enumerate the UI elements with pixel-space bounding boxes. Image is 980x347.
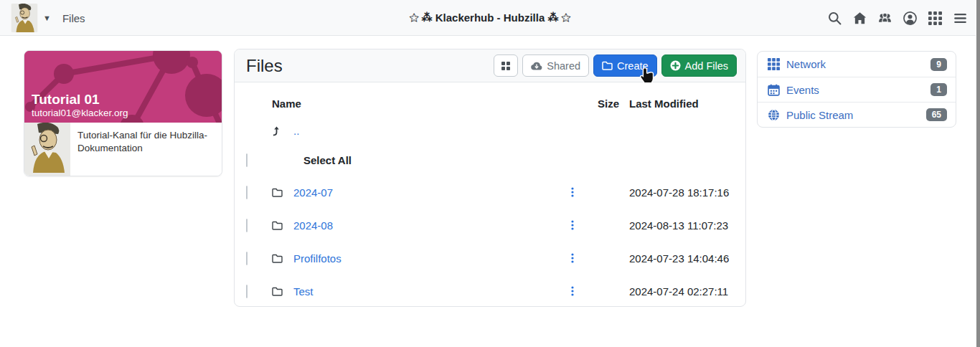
view-toggle-button[interactable]	[494, 54, 518, 77]
table-row: Test 2024-07-24 02:27:11	[246, 275, 734, 308]
channel-cover-photo: Tutorial 01 tutorial01@klacker.org	[24, 51, 222, 123]
row-checkbox[interactable]	[246, 285, 248, 298]
network-count-badge: 9	[930, 58, 947, 71]
channel-profile-photo[interactable]	[24, 123, 70, 176]
apps-grid-icon[interactable]	[928, 11, 942, 25]
scrollbar-thumb[interactable]	[976, 0, 980, 347]
files-toolbar: Shared Create Add Files	[494, 54, 737, 77]
files-table: Name Size Last Modified .. Select All	[235, 82, 745, 316]
add-files-button-label: Add Files	[685, 60, 728, 72]
avatar-image	[24, 123, 70, 173]
folder-link[interactable]: Test	[293, 285, 314, 298]
table-row: 2024-07 2024-07-28 18:17:16	[246, 176, 734, 209]
folder-link[interactable]: 2024-08	[293, 219, 333, 232]
column-header-size: Size	[587, 98, 619, 110]
select-all-row: Select All	[246, 144, 734, 176]
sidebar-item-label: Events	[786, 84, 819, 96]
calendar-icon	[768, 84, 780, 96]
create-button[interactable]: Create	[593, 54, 657, 77]
row-checkbox[interactable]	[246, 252, 248, 265]
sidebar-item-label: Public Stream	[786, 109, 853, 121]
row-checkbox[interactable]	[246, 219, 248, 232]
table-row: 2024-08 2024-08-13 11:07:23	[246, 209, 734, 242]
sidebar-item-public-stream[interactable]: Public Stream 65	[758, 102, 956, 127]
public-stream-count-badge: 65	[926, 108, 947, 121]
parent-directory-row: ..	[246, 117, 734, 144]
files-panel-header: Files Shared Create	[235, 49, 745, 82]
file-modified: 2024-08-13 11:07:23	[619, 219, 734, 232]
file-modified: 2024-07-28 18:17:16	[619, 186, 734, 199]
row-menu-kebab-icon[interactable]	[558, 286, 587, 296]
create-button-label: Create	[617, 60, 649, 72]
network-grid-icon	[768, 58, 780, 70]
file-modified: 2024-07-24 02:27:11	[619, 285, 734, 298]
files-panel: Files Shared Create	[234, 49, 746, 307]
sidebar-item-events[interactable]: Events 1	[758, 77, 956, 102]
folder-icon	[272, 221, 283, 230]
add-files-button[interactable]: Add Files	[661, 54, 737, 77]
sidebar-item-label: Network	[786, 58, 826, 70]
table-row: Profilfotos 2024-07-23 14:04:46	[246, 242, 734, 275]
folder-icon	[602, 61, 613, 70]
home-icon[interactable]	[853, 11, 867, 25]
file-modified: 2024-07-23 14:04:46	[619, 252, 734, 265]
column-header-name: Name	[272, 98, 558, 110]
top-navbar: ▼ Files ✩ ⁂ Klackerhub - Hubzilla ⁂ ✩	[0, 0, 980, 36]
group-icon[interactable]	[878, 11, 892, 25]
folder-icon	[272, 188, 283, 197]
row-menu-kebab-icon[interactable]	[558, 187, 587, 197]
row-checkbox[interactable]	[246, 186, 248, 199]
page-title: Files	[246, 56, 283, 76]
search-icon[interactable]	[828, 11, 842, 25]
plus-circle-icon	[670, 60, 681, 71]
folder-link[interactable]: 2024-07	[293, 186, 333, 199]
grid-view-icon	[501, 61, 511, 71]
channel-name: Tutorial 01	[32, 92, 128, 108]
row-menu-kebab-icon[interactable]	[558, 220, 587, 230]
cloud-download-icon	[531, 61, 542, 70]
account-icon[interactable]	[903, 11, 917, 25]
shared-button[interactable]: Shared	[522, 54, 589, 77]
row-menu-kebab-icon[interactable]	[558, 253, 587, 263]
globe-icon	[768, 109, 780, 121]
folder-link[interactable]: Profilfotos	[293, 252, 341, 265]
page-scrollbar[interactable]	[976, 0, 980, 347]
channel-profile-card: Tutorial 01 tutorial01@klacker.org Tutor…	[24, 50, 222, 176]
channel-description: Tutorial-Kanal für die Hubzilla-Dokument…	[70, 123, 222, 176]
arrow-up-level-icon	[272, 125, 282, 136]
parent-directory-link[interactable]: ..	[293, 125, 299, 137]
right-aside-nav: Network 9 Events 1 Public Stream 65	[757, 51, 956, 128]
column-header-modified: Last Modified	[619, 98, 734, 110]
channel-address: tutorial01@klacker.org	[32, 108, 128, 118]
sidebar-item-network[interactable]: Network 9	[758, 52, 956, 77]
files-table-header: Name Size Last Modified	[246, 90, 734, 117]
folder-icon	[272, 254, 283, 263]
events-count-badge: 1	[930, 83, 947, 96]
hamburger-menu-icon[interactable]	[953, 11, 967, 25]
select-all-checkbox[interactable]	[246, 153, 248, 167]
select-all-label: Select All	[293, 154, 558, 166]
shared-button-label: Shared	[547, 60, 580, 72]
folder-icon	[272, 287, 283, 296]
